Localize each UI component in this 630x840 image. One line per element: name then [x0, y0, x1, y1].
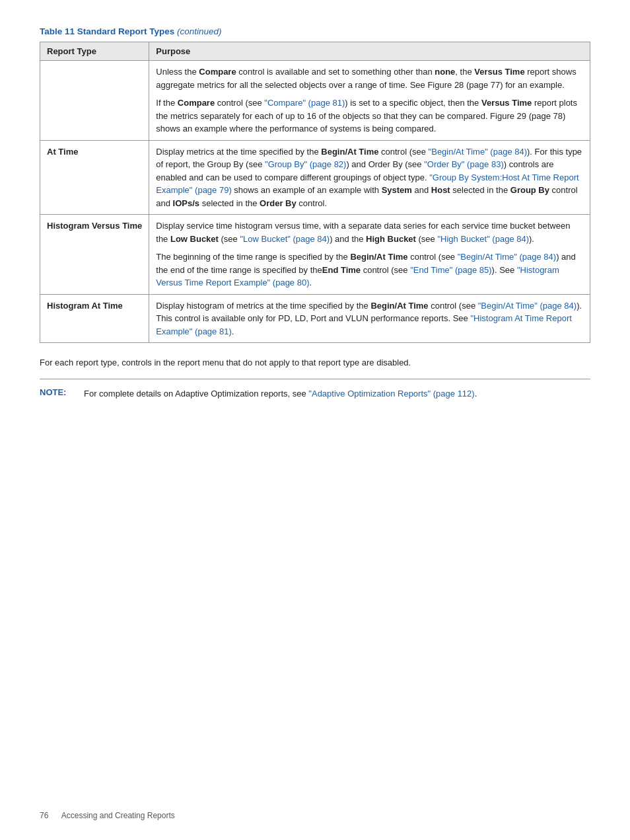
order-by-link[interactable]: "Order By" (page 83) [424, 159, 504, 169]
purpose-cell: Display metrics at the time specified by… [149, 140, 590, 215]
body-paragraph: For each report type, controls in the re… [40, 356, 590, 369]
note-label: NOTE: [40, 387, 76, 397]
begin-at-time-link3[interactable]: "Begin/At Time" (page 84) [478, 301, 577, 311]
low-bucket-link[interactable]: "Low Bucket" (page 84) [240, 234, 330, 244]
note-block: NOTE: For complete details on Adaptive O… [40, 379, 590, 401]
chapter-name: Accessing and Creating Reports [61, 811, 175, 820]
purpose-paragraph: If the Compare control (see "Compare" (p… [156, 96, 583, 135]
report-type-cell: Histogram At Time [40, 294, 149, 343]
histogram-at-time-link[interactable]: "Histogram At Time Report Example" (page… [156, 313, 572, 336]
col-header-purpose: Purpose [149, 42, 590, 61]
report-type-cell: At Time [40, 140, 149, 215]
report-type-cell [40, 61, 149, 141]
purpose-paragraph: Unless the Compare control is available … [156, 65, 583, 91]
standard-report-types-table: Report Type Purpose Unless the Compare c… [40, 42, 590, 343]
table-label: Table 11 Standard Report Types [40, 26, 174, 36]
report-type-cell: Histogram Versus Time [40, 215, 149, 295]
group-by-link[interactable]: "Group By" (page 82) [265, 159, 346, 169]
page-content: Table 11 Standard Report Types (continue… [40, 26, 590, 400]
col-header-report-type: Report Type [40, 42, 149, 61]
purpose-paragraph: The beginning of the time range is speci… [156, 250, 583, 289]
begin-at-time-link[interactable]: "Begin/At Time" (page 84) [429, 147, 527, 157]
note-text: For complete details on Adaptive Optimiz… [84, 387, 477, 401]
begin-at-time-link2[interactable]: "Begin/At Time" (page 84) [458, 252, 556, 262]
page-footer: 76 Accessing and Creating Reports [40, 811, 175, 820]
purpose-paragraph: Display histogram of metrics at the time… [156, 299, 583, 338]
purpose-cell: Display histogram of metrics at the time… [149, 294, 590, 343]
table-row: Unless the Compare control is available … [40, 61, 590, 141]
purpose-paragraph: Display service time histogram versus ti… [156, 219, 583, 245]
table-row: Histogram Versus Time Display service ti… [40, 215, 590, 295]
purpose-paragraph: Display metrics at the time specified by… [156, 145, 583, 210]
table-row: Histogram At Time Display histogram of m… [40, 294, 590, 343]
table-row: At Time Display metrics at the time spec… [40, 140, 590, 215]
page-number: 76 [40, 811, 48, 820]
compare-link[interactable]: "Compare" (page 81) [264, 98, 345, 108]
purpose-cell: Unless the Compare control is available … [149, 61, 590, 141]
end-time-link[interactable]: "End Time" (page 85) [410, 265, 491, 275]
high-bucket-link[interactable]: "High Bucket" (page 84) [437, 234, 529, 244]
purpose-cell: Display service time histogram versus ti… [149, 215, 590, 295]
adaptive-optimization-link[interactable]: "Adaptive Optimization Reports" (page 11… [308, 389, 474, 399]
table-caption: Table 11 Standard Report Types (continue… [40, 26, 590, 36]
table-continued-text: (continued) [177, 26, 222, 36]
